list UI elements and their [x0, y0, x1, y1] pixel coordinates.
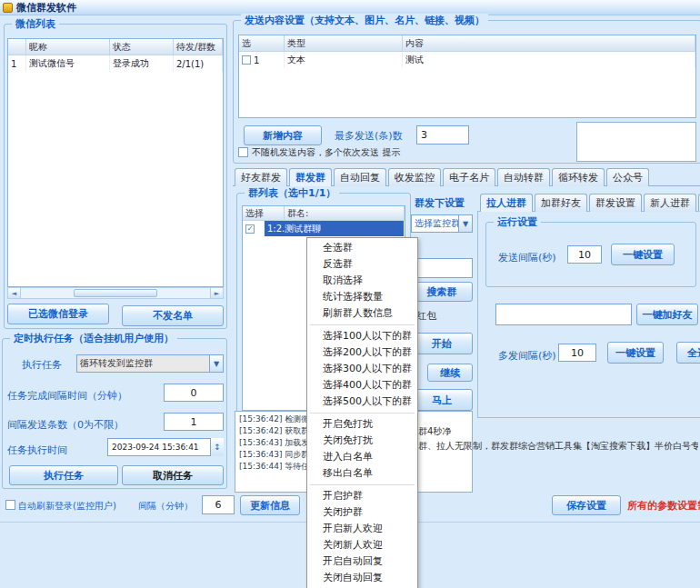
window-title: 微信群发软件: [16, 1, 76, 15]
content-row-text: 测试: [403, 52, 695, 68]
group-row[interactable]: 1:2.测试群聊: [243, 221, 405, 236]
one-key-set-button-1[interactable]: 一键设置: [611, 244, 675, 265]
chevron-down-icon[interactable]: ▼: [209, 355, 223, 372]
auto-refresh-checkbox[interactable]: [5, 500, 15, 510]
menu-item-select-under-400[interactable]: 选择400人以下的群: [307, 377, 417, 394]
task-pause-input[interactable]: 0: [164, 384, 224, 402]
one-key-add-friend-button[interactable]: 一键加好友: [636, 304, 698, 325]
tab-add-group-friend[interactable]: 加群好友: [535, 194, 587, 212]
max-send-label: 最多发送(条)数: [335, 129, 403, 143]
tab-monitor[interactable]: 收发监控: [388, 168, 441, 186]
menu-item-select-under-100[interactable]: 选择100人以下的群: [307, 328, 417, 344]
tab-official-account[interactable]: 公众号: [606, 168, 649, 186]
content-row[interactable]: 1 文本 测试: [239, 52, 695, 68]
exec-task-value: 循环转发到监控群: [77, 357, 209, 370]
group-col-name: 群名:: [285, 206, 405, 220]
menu-item-enable-auto-reply[interactable]: 开启自动回复: [307, 553, 417, 570]
menu-item-select-all-groups[interactable]: 全选群: [307, 240, 417, 256]
cancel-task-button[interactable]: 取消任务: [122, 465, 224, 485]
update-info-button[interactable]: 更新信息: [240, 495, 300, 515]
wechat-col-nick: 昵称: [26, 39, 110, 55]
run-task-button[interactable]: 执行任务: [9, 465, 118, 485]
task-pause-label: 任务完成间隔时间（分钟）: [7, 389, 127, 403]
friend-input[interactable]: [495, 304, 632, 325]
menu-separator: [310, 484, 415, 485]
tab-auto-forward[interactable]: 自动转群: [497, 168, 550, 186]
group-search-input[interactable]: [411, 258, 473, 278]
random-send-checkbox[interactable]: [238, 147, 248, 157]
tab-auto-reply[interactable]: 自动回复: [334, 168, 386, 186]
wechat-col-blank: [8, 39, 26, 55]
add-content-button[interactable]: 新增内容: [244, 125, 322, 145]
wechat-col-status: 状态: [110, 39, 174, 55]
content-col-check: 选: [239, 35, 285, 51]
menu-item-select-under-300[interactable]: 选择300人以下的群: [307, 361, 417, 377]
menu-item-disable-welcome[interactable]: 关闭新人欢迎: [307, 537, 417, 553]
wechat-row[interactable]: 1 测试微信号 登录成功 2/1(1): [8, 55, 223, 72]
search-group-button[interactable]: 搜索群: [411, 282, 473, 302]
updown-icon[interactable]: ↕: [210, 438, 224, 456]
menu-item-enable-dnd[interactable]: 开启免打扰: [307, 416, 417, 433]
scroll-left-icon[interactable]: ◄: [8, 288, 21, 298]
max-send-input[interactable]: 3: [416, 125, 469, 145]
wechat-row-num: 1: [8, 55, 26, 72]
multi-interval-label: 多发间隔(秒): [498, 349, 556, 363]
selected-login-button[interactable]: 已选微信登录: [7, 304, 109, 324]
tab-newcomer[interactable]: 新人进群: [644, 194, 696, 212]
tab-pull-into-group[interactable]: 拉人进群: [480, 194, 533, 212]
content-row-checkbox[interactable]: [242, 55, 251, 65]
multi-interval-input[interactable]: 10: [558, 344, 596, 362]
task-time-input[interactable]: 2023-09-24 15:36:41: [107, 438, 224, 456]
task-time-label: 任务执行时间: [7, 443, 67, 457]
menu-item-disable-dnd[interactable]: 关闭免打扰: [307, 433, 417, 449]
app-window: 微信群发软件 微信列表 昵称 状态 待发/群数 1 测试微信号 登录成功 2/1…: [0, 0, 700, 588]
menu-separator: [310, 413, 415, 414]
tab-send-settings[interactable]: 群发设置: [589, 194, 642, 212]
menu-item-select-under-500[interactable]: 选择500人以下的群: [307, 394, 417, 410]
notice-line-2: 群、拉人无限制，群发群综合营销工具集【淘宝搜索下载】半价白号专卖店: [418, 440, 698, 453]
now-button[interactable]: 马上: [411, 389, 473, 411]
menu-item-disable-guard[interactable]: 关闭护群: [307, 504, 417, 521]
wechat-row-count: 2/1(1): [174, 55, 223, 72]
menu-item-refresh-member-info[interactable]: 刷新群人数信息: [307, 305, 417, 322]
menu-item-remove-whitelist[interactable]: 移出白名单: [307, 465, 417, 482]
tab-loop-forward[interactable]: 循环转发: [552, 168, 605, 186]
continue-button[interactable]: 继续: [427, 364, 473, 382]
wechat-hscrollbar[interactable]: ◄ ►: [7, 287, 224, 299]
menu-item-disable-auto-reply[interactable]: 关闭自动回复: [307, 570, 417, 586]
scroll-thumb[interactable]: [74, 289, 157, 297]
tab-group-send[interactable]: 群发群: [289, 168, 332, 186]
refresh-interval-label: 间隔（分钟）: [138, 500, 193, 513]
settings-warning-text: 所有的参数设置需保存更新: [627, 499, 700, 513]
content-preview-box: [576, 122, 696, 162]
send-interval-input[interactable]: 10: [567, 245, 602, 264]
menu-item-invert-selection[interactable]: 反选群: [307, 256, 417, 273]
scroll-right-icon[interactable]: ►: [210, 288, 223, 298]
refresh-interval-input[interactable]: 6: [202, 495, 235, 514]
content-col-type: 类型: [285, 35, 403, 51]
auto-refresh-label: 自动刷新登录(监控用户): [18, 500, 116, 513]
app-icon: [3, 3, 13, 13]
content-legend: 发送内容设置（支持文本、图片、名片、链接、视频）: [241, 14, 488, 27]
chevron-down-icon[interactable]: ▼: [458, 215, 472, 232]
edge-button[interactable]: 全选: [676, 342, 700, 364]
menu-item-select-under-200[interactable]: 选择200人以下的群: [307, 344, 417, 361]
menu-separator: [310, 324, 415, 325]
random-send-label: 不随机发送内容，多个依次发送 提示: [252, 146, 400, 159]
exec-task-select[interactable]: 循环转发到监控群 ▼: [76, 354, 224, 373]
tab-friend-send[interactable]: 好友群发: [235, 168, 287, 186]
monitor-group-select[interactable]: 选择监控群 ▼: [411, 214, 473, 233]
group-list-header: 选择 群名:: [243, 206, 405, 221]
task-batch-input[interactable]: 1: [164, 413, 224, 431]
group-row-checkbox[interactable]: [245, 224, 255, 234]
start-button[interactable]: 开始: [411, 333, 473, 354]
tab-ecard[interactable]: 电子名片: [443, 168, 495, 186]
menu-item-count-selection[interactable]: 统计选择数量: [307, 289, 417, 305]
one-key-set-button-2[interactable]: 一键设置: [607, 342, 664, 364]
menu-item-enable-guard[interactable]: 开启护群: [307, 488, 417, 504]
menu-item-add-whitelist[interactable]: 进入白名单: [307, 449, 417, 465]
menu-item-enable-welcome[interactable]: 开启新人欢迎: [307, 521, 417, 537]
no-send-list-button[interactable]: 不发名单: [122, 305, 224, 326]
save-settings-button[interactable]: 保存设置: [552, 495, 621, 515]
menu-item-cancel-selection[interactable]: 取消选择: [307, 273, 417, 289]
